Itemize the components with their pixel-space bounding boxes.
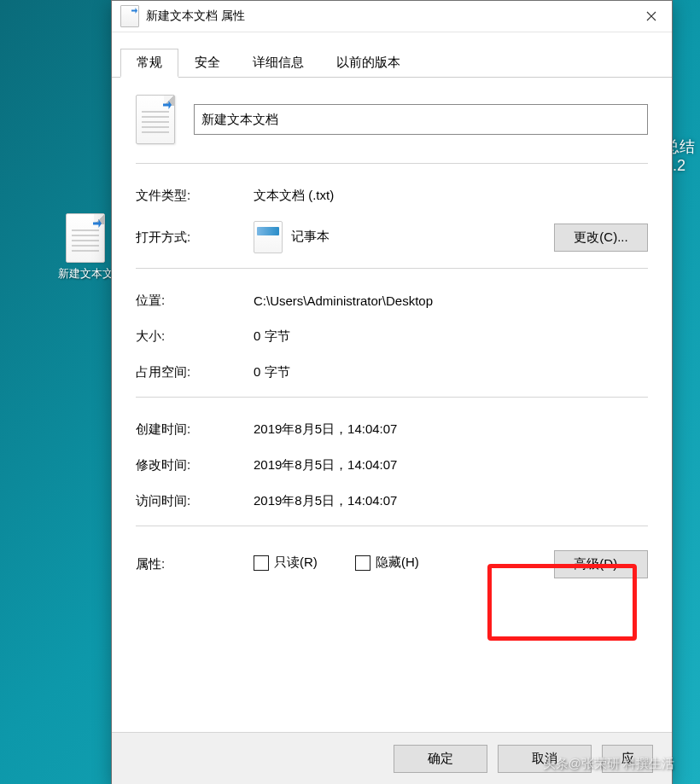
document-icon: [66, 213, 105, 263]
label-filetype: 文件类型:: [136, 188, 254, 204]
value-location: C:\Users\Administrator\Desktop: [254, 293, 648, 308]
label-accessed: 访问时间:: [136, 493, 254, 509]
label-created: 创建时间:: [136, 421, 254, 438]
value-created: 2019年8月5日，14:04:07: [254, 421, 648, 438]
titlebar: 新建文本文档 属性: [112, 1, 672, 32]
value-accessed: 2019年8月5日，14:04:07: [254, 493, 648, 509]
tab-security[interactable]: 安全: [178, 49, 236, 78]
filename-input[interactable]: [194, 104, 648, 135]
attributes-checkboxes: 只读(R) 隐藏(H): [254, 555, 554, 573]
watermark: 头条@张荣研 科撰生活: [543, 756, 674, 772]
properties-dialog: 新建文本文档 属性 常规 安全 详细信息 以前的版本 文件类型: 文本文档 (.…: [111, 0, 673, 784]
tab-content: 文件类型: 文本文档 (.txt) 打开方式: 记事本 更改(C)... 位置:…: [112, 78, 672, 732]
hidden-checkbox[interactable]: 隐藏(H): [355, 555, 419, 571]
desktop: 总结 8.2 新建文本文 新建文本文档 属性 常规 安全 详细信息 以前的版本: [0, 0, 700, 784]
close-button[interactable]: [631, 1, 672, 32]
label-sizeondisk: 占用空间:: [136, 364, 254, 380]
dialog-title: 新建文本文档 属性: [146, 9, 631, 24]
value-sizeondisk: 0 字节: [254, 364, 648, 380]
tab-details[interactable]: 详细信息: [236, 49, 320, 78]
change-openwith-button[interactable]: 更改(C)...: [554, 224, 648, 252]
label-modified: 修改时间:: [136, 457, 254, 473]
label-openwith: 打开方式:: [136, 229, 254, 246]
readonly-checkbox[interactable]: 只读(R): [254, 555, 318, 571]
document-icon: [120, 5, 139, 27]
label-location: 位置:: [136, 293, 254, 309]
tab-previous[interactable]: 以前的版本: [320, 49, 417, 78]
label-size: 大小:: [136, 328, 254, 345]
tab-bar: 常规 安全 详细信息 以前的版本: [112, 32, 672, 78]
tab-general[interactable]: 常规: [120, 49, 178, 78]
value-modified: 2019年8月5日，14:04:07: [254, 457, 648, 473]
label-attributes: 属性:: [136, 556, 254, 572]
close-icon: [646, 11, 656, 21]
value-size: 0 字节: [254, 328, 648, 345]
ok-button[interactable]: 确定: [394, 745, 487, 773]
value-filetype: 文本文档 (.txt): [254, 188, 648, 204]
notepad-icon: [254, 221, 283, 253]
value-openwith: 记事本: [254, 221, 554, 253]
advanced-button[interactable]: 高级(D)...: [554, 550, 648, 578]
document-icon: [136, 95, 175, 144]
